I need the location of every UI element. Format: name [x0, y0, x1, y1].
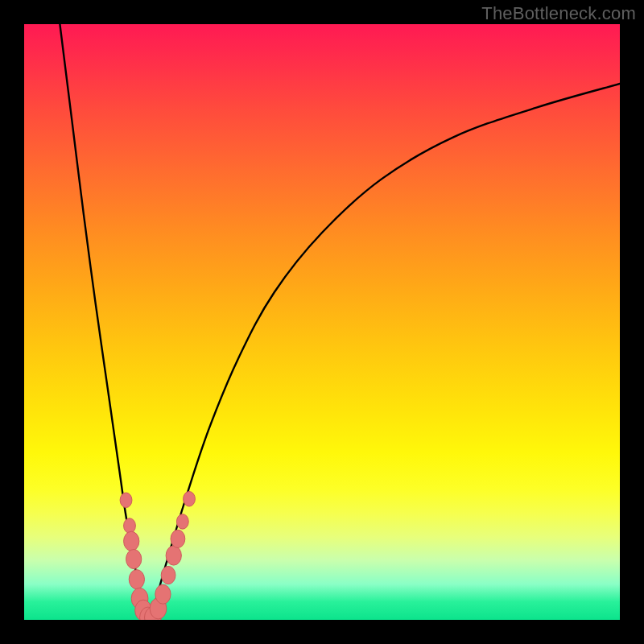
marker-point [124, 531, 139, 551]
curve-right-arm [149, 84, 620, 620]
curve-left-arm [60, 24, 149, 620]
chart-frame: TheBottleneck.com [0, 0, 644, 644]
curve-layer [24, 24, 620, 620]
marker-point [120, 493, 132, 508]
marker-point [161, 566, 175, 584]
marker-point [184, 492, 196, 507]
marker-point [126, 549, 142, 568]
marker-point [176, 514, 188, 530]
plot-area [24, 24, 620, 620]
watermark-text: TheBottleneck.com [481, 3, 636, 24]
marker-point [129, 570, 144, 589]
marker-point [166, 546, 181, 565]
marker-point [171, 530, 185, 547]
marker-point [124, 518, 136, 534]
marker-cluster [120, 492, 195, 620]
marker-point [155, 584, 171, 604]
